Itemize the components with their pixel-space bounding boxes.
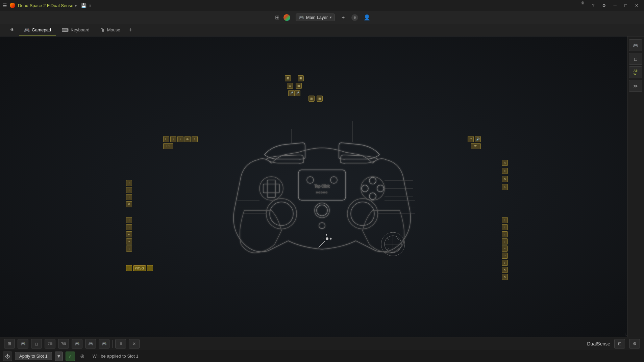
user-icon: 👤 bbox=[364, 14, 370, 21]
mouse-tab-icon: 🖱 bbox=[100, 27, 105, 33]
svg-point-13 bbox=[307, 177, 314, 183]
cross-l-indicator: ⊕ bbox=[184, 136, 191, 142]
ls-down: ↓ bbox=[126, 224, 132, 230]
app-icon bbox=[10, 3, 15, 8]
r1-indicator: R1 bbox=[471, 143, 481, 149]
svg-point-20 bbox=[319, 192, 320, 193]
settings-button[interactable]: ⚙ bbox=[599, 1, 609, 10]
svg-point-21 bbox=[321, 192, 322, 193]
layer-dropdown-icon: ▾ bbox=[330, 15, 332, 20]
ls-right: → bbox=[126, 238, 132, 244]
sidebar-gamepad-btn[interactable]: 🎮 bbox=[629, 39, 642, 51]
statusbar: ⏻ Apply to Slot 1 ▾ ✓ ⊕ Will be applied … bbox=[0, 350, 644, 362]
svg-point-16 bbox=[317, 205, 327, 216]
tab-mouse-label: Mouse bbox=[107, 27, 120, 32]
tab-mouse[interactable]: 🖱 Mouse bbox=[96, 25, 125, 35]
ps-status-icon: ⊕ bbox=[78, 352, 87, 361]
dpad-up-indicator: ↑ bbox=[126, 180, 132, 186]
rs-left: ← bbox=[502, 245, 508, 252]
power-button[interactable]: ⏻ bbox=[3, 352, 12, 361]
bottom-gamepad-btn[interactable]: 🎮 bbox=[18, 339, 28, 348]
close-button[interactable]: ✕ bbox=[632, 1, 641, 10]
l1-indicator: L1 bbox=[163, 143, 173, 149]
sidebar-ab-btn[interactable]: ABW bbox=[629, 66, 642, 78]
controller-wrapper: Tap Click bbox=[204, 102, 440, 271]
tab-gamepad[interactable]: 🎮 Gamepad bbox=[19, 25, 56, 35]
face-button-indicators: △ ○ ✕ ○ bbox=[502, 160, 508, 190]
svg-point-23 bbox=[326, 192, 327, 193]
apply-dropdown[interactable]: ▾ bbox=[55, 352, 63, 361]
add-layer-button[interactable]: + bbox=[340, 13, 346, 22]
left-stick-indicators: ↑ ↓ ← → ↕ bbox=[126, 217, 132, 252]
menu-icon[interactable]: ☰ bbox=[3, 3, 7, 8]
layer-selector[interactable]: 🎮 Main Layer ▾ bbox=[296, 14, 335, 21]
triangle-indicator: △ bbox=[502, 160, 508, 166]
tab-eye[interactable]: 👁 bbox=[7, 26, 18, 34]
prtscr-label: PrtScr bbox=[133, 265, 146, 271]
mic-l-icon: 🎤 bbox=[288, 90, 294, 96]
tab-keyboard-label: Keyboard bbox=[71, 27, 90, 32]
bottom-stop-btn[interactable]: ✕ bbox=[129, 339, 140, 348]
main-toolbar: ⊞ 🎮 Main Layer ▾ + ⊕ 👤 bbox=[0, 11, 644, 24]
add-tab-button[interactable]: + bbox=[126, 25, 135, 35]
toolbar-left: ⊞ bbox=[274, 13, 290, 22]
bottom-toolbar: ⊞ 🎮 ◻ ?⊟ ?⊟ 🎮 🎮 🎮 ⏸ ✕ DualSense ⊡ ⚙ bbox=[0, 337, 644, 350]
tab-keyboard[interactable]: ⌨ Keyboard bbox=[57, 25, 94, 35]
layer-label: Main Layer bbox=[306, 15, 328, 20]
bottom-q2-btn[interactable]: ?⊟ bbox=[58, 339, 69, 348]
circle-indicator: ○ bbox=[502, 168, 508, 174]
grid-icon[interactable]: ⊞ bbox=[274, 13, 281, 22]
copy-btn[interactable]: ⊡ bbox=[614, 339, 625, 348]
svg-point-2 bbox=[270, 202, 293, 226]
minimize-button[interactable]: ─ bbox=[610, 1, 620, 10]
bottom-screen-btn[interactable]: ◻ bbox=[31, 339, 42, 348]
crown-icon: ♛ bbox=[581, 1, 585, 10]
bottom-grid-btn[interactable]: ⊞ bbox=[4, 339, 15, 348]
right-sidebar: 🎮 ◻ ABW ≫ bbox=[627, 36, 644, 337]
bottom-pause-btn[interactable]: ⏸ bbox=[115, 339, 126, 348]
svg-point-1 bbox=[266, 199, 297, 229]
svg-line-37 bbox=[321, 237, 324, 239]
dpad-x-indicator: ✕ bbox=[126, 201, 132, 207]
rs-click: ↕ bbox=[502, 260, 508, 266]
bottom-separator bbox=[112, 340, 113, 348]
vol-indicator: 🔊 bbox=[475, 136, 481, 142]
options-icon: ⊞ bbox=[298, 75, 304, 81]
titlebar: ☰ Dead Space 2 FiDual Sense ▾ 💾 ℹ ♛ ? ⚙ … bbox=[0, 0, 644, 11]
svg-line-36 bbox=[319, 241, 325, 248]
save-icon: 💾 bbox=[81, 3, 86, 8]
app-title: Dead Space 2 FiDual Sense ▾ bbox=[18, 3, 77, 8]
down2-l-indicator: ↓ bbox=[177, 136, 183, 142]
svg-point-19 bbox=[316, 192, 318, 193]
info-icon: ℹ bbox=[89, 3, 91, 8]
down-l-indicator: ↓ bbox=[170, 136, 176, 142]
bottom-ctrl1-btn[interactable]: 🎮 bbox=[72, 339, 82, 348]
sidebar-chevron-btn[interactable]: ≫ bbox=[629, 80, 642, 92]
bottom-q1-btn[interactable]: ?⊟ bbox=[45, 339, 55, 348]
apply-button[interactable]: Apply to Slot 1 bbox=[15, 352, 52, 360]
right-stick-indicators: ↑ ↑ ↓ ↓ ← → ↕ ✕ ✕ bbox=[502, 217, 508, 280]
bottom-ctrl2-btn[interactable]: 🎮 bbox=[85, 339, 96, 348]
main-content: Tap Click bbox=[0, 36, 644, 337]
rs-x2: ✕ bbox=[502, 274, 508, 280]
tab-bar: 👁 🎮 Gamepad ⌨ Keyboard 🖱 Mouse + bbox=[0, 24, 644, 36]
dualsense-label: DualSense bbox=[587, 341, 611, 346]
r-indicator: R bbox=[468, 136, 474, 142]
sidebar-controller-btn[interactable]: ◻ bbox=[629, 53, 642, 65]
maximize-button[interactable]: □ bbox=[621, 1, 630, 10]
bottom-ctrl3-btn[interactable]: 🎮 bbox=[99, 339, 109, 348]
rs-down2: ↓ bbox=[502, 238, 508, 244]
share2-icon: ⊞ bbox=[287, 83, 293, 89]
bottom-right: DualSense ⊡ ⚙ bbox=[587, 339, 640, 348]
help-button[interactable]: ? bbox=[589, 1, 598, 10]
prtscr-icon2: ↓ bbox=[147, 265, 153, 271]
settings-bottom-btn[interactable]: ⚙ bbox=[629, 339, 640, 348]
svg-point-9 bbox=[369, 177, 376, 184]
cross-indicator: ✕ bbox=[502, 176, 508, 182]
svg-point-22 bbox=[323, 192, 325, 193]
color-wheel-icon bbox=[283, 14, 290, 21]
window-controls: ♛ ? ⚙ ─ □ ✕ bbox=[581, 1, 641, 10]
svg-point-17 bbox=[319, 223, 325, 229]
share-indicators: ⊞ ⊞ ⊞ ⊞ 🎤 🎤 bbox=[285, 75, 304, 96]
ps-icon: ⊕ bbox=[351, 14, 358, 21]
